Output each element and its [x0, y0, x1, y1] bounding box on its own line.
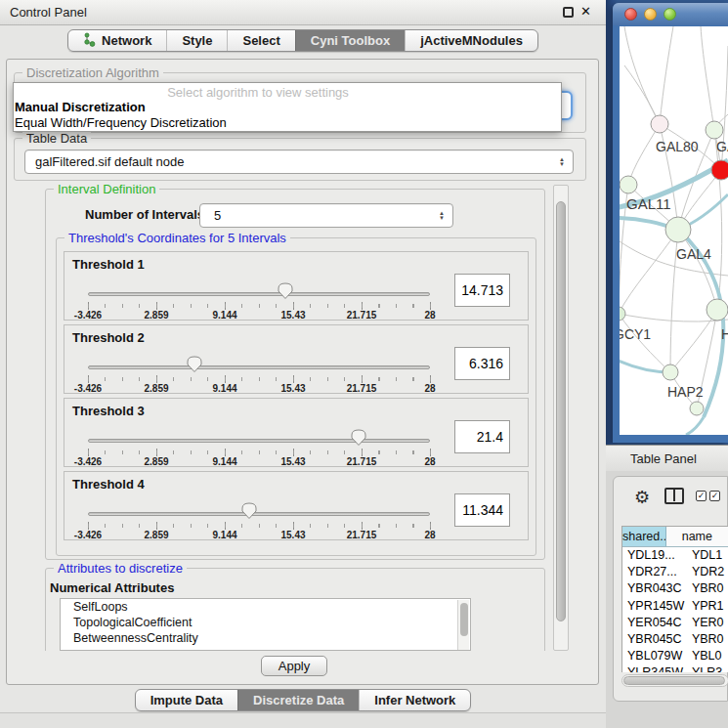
threshold-1-slider-thumb[interactable] [278, 282, 293, 299]
node [706, 121, 723, 139]
slider-minor-ticks [88, 524, 431, 528]
apply-button[interactable]: Apply [261, 656, 327, 676]
threshold-4-panel: Threshold 4 -3.426 2.859 9.144 15.43 21.… [64, 471, 529, 540]
tab-infer-network[interactable]: Infer Network [359, 690, 470, 710]
slider-minor-ticks [88, 304, 431, 308]
threshold-3-panel: Threshold 3 -3.426 2.859 9.144 15.43 21.… [64, 398, 529, 467]
scrollbar-thumb[interactable] [556, 201, 566, 621]
network-window-titlebar [613, 3, 728, 25]
number-of-intervals-combobox[interactable]: 5 ▲▼ [199, 203, 453, 228]
node-table[interactable]: shared... name YDL19...YDL1 YDR27...YDR2… [621, 526, 728, 672]
settings-scrollbar[interactable] [553, 185, 569, 651]
threshold-3-slider[interactable] [88, 439, 430, 443]
node [707, 299, 728, 321]
discretization-algorithm-legend: Discretization Algorithm [22, 65, 163, 80]
interval-definition-legend: Interval Definition [54, 185, 159, 196]
threshold-2-panel: Threshold 2 -3.426 2.859 9.144 15.43 21.… [64, 324, 529, 394]
split-view-icon[interactable] [664, 488, 684, 504]
float-window-icon[interactable] [563, 7, 574, 18]
table-data-legend: Table Data [22, 131, 91, 146]
table-row[interactable]: YLR345WYLR3 [622, 664, 728, 672]
table-row[interactable]: YDR27...YDR2 [622, 564, 728, 580]
node-label-gal11: GAL11 [626, 195, 671, 212]
list-item[interactable]: SelfLoops [61, 599, 470, 615]
slider-minor-ticks [88, 377, 431, 381]
table-panel: ⚙ ✓ ✓ shared... name YDL19...YDL1 YDR27.… [613, 476, 728, 702]
threshold-4-slider-thumb[interactable] [241, 502, 257, 519]
tab-style[interactable]: Style [166, 30, 227, 51]
dropdown-option-equal-width[interactable]: Equal Width/Frequency Discretization [15, 115, 227, 130]
tab-select[interactable]: Select [227, 30, 294, 51]
scrollbar-thumb[interactable] [623, 676, 725, 685]
table-row[interactable]: YER054CYER0 [622, 615, 728, 631]
column-header-name[interactable]: name [666, 527, 728, 546]
bottom-tab-group: Impute Data Discretize Data Infer Networ… [135, 689, 472, 711]
table-toolbar: ⚙ ✓ ✓ [614, 485, 728, 510]
table-row[interactable]: YBR045CYBR0 [622, 631, 728, 648]
table-row[interactable]: YPR145WYPR1 [622, 598, 728, 615]
settings-scroll-area: Interval Definition Number of Intervals … [13, 185, 560, 651]
node-gal4 [665, 217, 691, 242]
threshold-2-slider-thumb[interactable] [187, 356, 202, 372]
tab-impute-data[interactable]: Impute Data [136, 690, 237, 710]
threshold-3-slider-thumb[interactable] [351, 429, 366, 446]
number-of-intervals-label: Number of Intervals [85, 207, 204, 222]
control-panel: Control Panel ✕ Network [0, 0, 606, 728]
network-canvas[interactable]: GAL80 GA GAL11 GAL4 GCY1 H HAP2 [620, 26, 728, 435]
panel-title: Control Panel [10, 5, 87, 20]
threshold-4-slider[interactable] [88, 512, 430, 516]
threshold-2-slider[interactable] [88, 365, 430, 369]
table-row[interactable]: YBL079WYBL0 [622, 648, 728, 664]
node-hap2 [663, 364, 678, 380]
attributes-legend: Attributes to discretize [54, 561, 187, 576]
control-panel-titlebar: Control Panel ✕ [0, 0, 606, 25]
node-label-partial: H [721, 326, 728, 342]
table-row[interactable]: YBR043CYBR0 [622, 580, 728, 597]
dropdown-option-manual[interactable]: Manual Discretization [15, 100, 146, 114]
checkbox-icon[interactable]: ✓ [696, 491, 707, 501]
bottom-tab-row: Impute Data Discretize Data Infer Networ… [0, 689, 606, 711]
list-item[interactable]: TopologicalCoefficient [61, 615, 470, 630]
thresholds-legend: Threshold's Coordinates for 5 Intervals [64, 231, 290, 245]
column-header-shared-name[interactable]: shared... [622, 527, 666, 546]
threshold-3-value-field[interactable] [454, 420, 510, 453]
window-zoom-icon[interactable] [664, 8, 676, 21]
window-close-icon[interactable] [624, 8, 637, 21]
threshold-1-value-field[interactable] [454, 274, 510, 307]
node [651, 115, 668, 133]
screenshot-root: Control Panel ✕ Network [0, 0, 728, 728]
network-view-window: GAL80 GA GAL11 GAL4 GCY1 H HAP2 [613, 3, 728, 443]
table-horizontal-scrollbar[interactable] [621, 674, 728, 687]
tab-network[interactable]: Network [68, 30, 166, 51]
stepper-icon: ▲▼ [559, 157, 565, 167]
threshold-2-value-field[interactable] [454, 347, 510, 380]
list-scrollbar[interactable] [457, 600, 469, 651]
checkbox-icon[interactable]: ✓ [709, 491, 720, 501]
number-of-intervals-value: 5 [214, 208, 221, 223]
threshold-1-slider[interactable] [88, 292, 430, 296]
top-tab-group: Network Style Select Cyni Toolbox jActiv… [67, 29, 538, 52]
numerical-attributes-list[interactable]: SelfLoops TopologicalCoefficient Between… [60, 598, 471, 651]
interval-definition-group: Interval Definition Number of Intervals … [45, 189, 545, 560]
thresholds-group: Threshold's Coordinates for 5 Intervals … [56, 237, 536, 556]
table-header-row: shared... name [622, 527, 728, 547]
threshold-4-value-field[interactable] [454, 493, 510, 527]
gear-icon[interactable]: ⚙ [634, 487, 650, 508]
tab-discretize-data[interactable]: Discretize Data [237, 690, 359, 710]
top-tab-row: Network Style Select Cyni Toolbox jActiv… [0, 29, 606, 52]
table-data-combobox[interactable]: galFiltered.sif default node ▲▼ [24, 150, 574, 174]
window-minimize-icon[interactable] [644, 8, 657, 21]
table-data-group: Table Data galFiltered.sif default node … [14, 138, 586, 181]
network-icon [83, 32, 96, 50]
close-icon[interactable]: ✕ [580, 4, 591, 19]
node-label-gal4: GAL4 [676, 246, 711, 262]
tab-jactivemnodules[interactable]: jActiveMNodules [405, 30, 537, 51]
algorithm-dropdown-popup: Select algorithm to view settings Manual… [13, 82, 562, 132]
table-row[interactable]: YDL19...YDL1 [622, 547, 728, 564]
tab-cyni-toolbox[interactable]: Cyni Toolbox [295, 30, 405, 51]
list-item[interactable]: BetweennessCentrality [61, 630, 470, 646]
slider-minor-ticks [88, 450, 431, 454]
node-selected [711, 160, 728, 180]
node [690, 402, 704, 415]
table-panel-title: Table Panel [630, 451, 697, 466]
